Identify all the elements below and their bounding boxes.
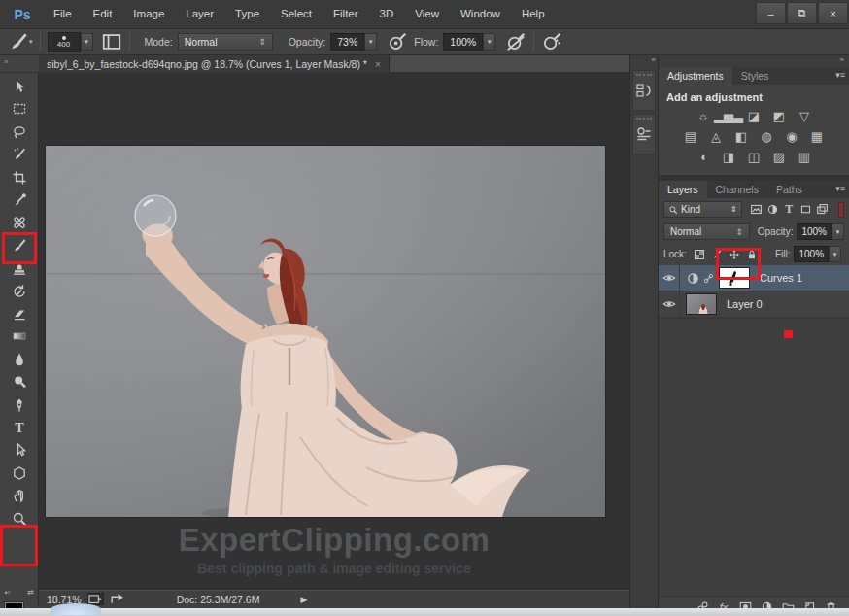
close-button[interactable]: × [818,2,848,24]
toggle-brush-panel-icon[interactable] [101,32,122,51]
tool-blur[interactable] [5,349,34,369]
tool-move[interactable] [5,76,34,96]
menu-filter[interactable]: Filter [323,0,369,28]
menu-layer[interactable]: Layer [175,0,224,28]
share-icon[interactable] [110,593,126,605]
menu-type[interactable]: Type [224,0,270,28]
restore-button[interactable]: ⧉ [787,2,817,24]
menu-view[interactable]: View [404,0,450,28]
menu-select[interactable]: Select [270,0,323,28]
opacity-value[interactable]: 73% [330,33,364,51]
visibility-toggle[interactable] [659,265,680,291]
search-icon [668,205,678,215]
layers-tab-channels[interactable]: Channels [707,181,767,198]
collapsed-panel-properties[interactable] [632,114,656,154]
adjustment-levels-icon[interactable]: ▂▅▃ [719,108,738,124]
tool-eyedropper[interactable] [5,189,34,210]
layer-opacity-dropdown[interactable]: ▾ [832,223,844,240]
menu-image[interactable]: Image [122,0,175,28]
adjustments-tab-adjustments[interactable]: Adjustments [659,67,732,85]
toolbar-header[interactable]: » [0,55,39,73]
minimize-button[interactable]: – [756,2,786,24]
document-size-info[interactable]: Doc: 25.3M/27.6M [177,594,260,605]
layer-opacity-value[interactable]: 100% [797,223,832,240]
tool-quick-selection[interactable] [5,144,34,164]
collapsed-panel-history[interactable] [632,70,656,111]
airbrush-icon[interactable] [541,32,562,51]
adjustment-posterize-icon[interactable]: ◨ [719,149,738,165]
adjustment-brightness-contrast-icon[interactable]: ☼ [694,108,713,124]
tool-custom-shape[interactable] [5,462,34,483]
status-expand-icon[interactable]: ▶ [300,595,307,604]
opacity-dropdown[interactable]: ▾ [364,33,377,51]
layers-tab-layers[interactable]: Layers [659,181,707,198]
adjustment-color-balance-icon[interactable]: ◬ [706,128,726,145]
adjustment-threshold-icon[interactable]: ◫ [744,149,764,165]
tool-gradient[interactable] [5,325,34,346]
adjustments-tab-styles[interactable]: Styles [732,67,778,85]
tool-preset-picker[interactable]: ▾ [8,32,33,51]
tool-crop[interactable] [5,167,34,188]
tool-spot-healing-brush[interactable] [5,212,34,232]
menu-file[interactable]: File [43,0,83,28]
adjustment-layer-icon[interactable] [686,271,700,286]
adjustment-vibrance-icon[interactable]: ▽ [795,108,814,124]
filter-adjustment-icon[interactable] [764,202,781,218]
layers-panel-menu-icon[interactable]: ▾≡ [835,184,845,193]
tool-history-brush[interactable] [5,281,34,301]
adjustment-selective-color-icon[interactable]: ▥ [795,149,814,165]
adjustment-exposure-icon[interactable]: ◩ [769,108,789,124]
filter-type-icon[interactable]: T [781,202,798,218]
adjustment-curves-icon[interactable]: ◪ [744,108,764,124]
flow-value[interactable]: 100% [443,33,483,51]
menu-help[interactable]: Help [511,0,556,28]
tab-close-icon[interactable]: × [375,59,381,70]
tool-lasso[interactable] [5,121,34,142]
layer-fill-dropdown[interactable]: ▾ [829,246,841,262]
menu-edit[interactable]: Edit [83,0,123,28]
adjustments-panel-menu-icon[interactable]: ▾≡ [835,70,845,80]
layer-thumbnail[interactable] [686,293,717,315]
tool-pen[interactable] [5,394,34,415]
expand-panels-icon[interactable]: « [630,55,658,67]
mode-dropdown[interactable]: Normal ⇕ [178,33,273,51]
filter-shape-icon[interactable] [798,202,814,218]
layer-fill-value[interactable]: 100% [794,246,829,262]
filter-image-icon[interactable] [748,202,764,218]
tool-rectangular-marquee[interactable] [5,98,34,119]
adjustment-hue-saturation-icon[interactable]: ▤ [681,128,700,145]
brush-size-box[interactable]: 400 [48,32,81,52]
document-tab[interactable]: sibyl_6_by_faestock-d694qno.jpg @ 18.7% … [39,55,390,73]
menu-window[interactable]: Window [450,0,511,28]
tool-path-selection[interactable] [5,439,34,460]
brush-size-dropdown[interactable]: ▾ [81,33,93,51]
visibility-toggle[interactable] [659,291,680,318]
adjustment-color-lookup-icon[interactable]: ▦ [807,128,827,145]
canvas-area[interactable]: ExpertClipping.com Best clipping path & … [39,73,629,590]
collapse-panels-icon[interactable]: » [659,55,849,67]
flow-dropdown[interactable]: ▾ [483,33,495,51]
tool-dodge[interactable] [5,371,34,392]
default-swap-colors[interactable]: ▪▫⇄ [2,588,37,599]
tool-eraser[interactable] [5,303,34,324]
tool-horizontal-type[interactable]: T [5,417,34,437]
adjustment-channel-mixer-icon[interactable]: ◉ [782,128,801,145]
photo-document[interactable] [46,146,605,517]
pressure-opacity-icon[interactable] [387,32,408,51]
tool-hand[interactable] [5,485,34,505]
filter-smart-object-icon[interactable] [814,202,831,218]
adjustment-gradient-map-icon[interactable]: ▨ [769,149,789,165]
adjustment-invert-icon[interactable]: ◖ [694,149,713,165]
lock-transparent-icon[interactable] [692,247,707,261]
adjustment-photo-filter-icon[interactable]: ◍ [757,128,776,145]
airbrush-disabled-icon[interactable] [505,32,526,51]
watermark-subtitle: Best clipping path & image editing servi… [39,561,629,576]
layers-tab-paths[interactable]: Paths [767,181,811,198]
filter-toggle-switch[interactable] [838,202,844,218]
layer-row-layer-0[interactable]: Layer 0 [659,291,849,318]
status-bar: 18.71% Doc: 25.3M/27.6M ▶ [39,590,629,607]
filter-kind-dropdown[interactable]: Kind ⇕ [663,201,742,218]
adjustment-black-white-icon[interactable]: ◧ [731,128,751,145]
blend-mode-dropdown[interactable]: Normal ⇕ [663,223,750,240]
menu-3d[interactable]: 3D [369,0,405,28]
